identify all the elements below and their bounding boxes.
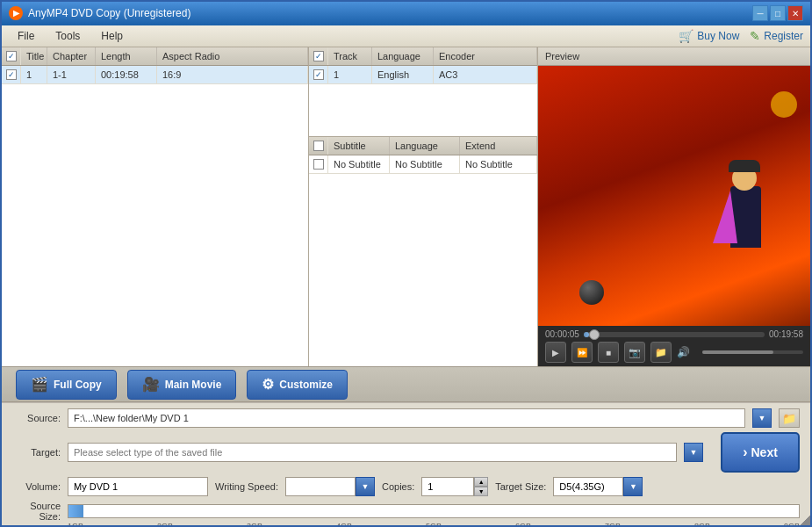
- output-folder-button[interactable]: 📁: [650, 342, 672, 363]
- close-button[interactable]: ✕: [787, 5, 803, 21]
- video-check-all[interactable]: [6, 51, 17, 61]
- fast-forward-button[interactable]: ⏩: [571, 342, 593, 363]
- subtitle-row-checkbox[interactable]: [313, 159, 324, 170]
- source-folder-button[interactable]: 📁: [779, 408, 800, 428]
- marker-9gb: 9GB: [784, 522, 800, 527]
- copies-label: Copies:: [382, 481, 414, 492]
- video-table-body: 1 1-1 00:19:58 16:9: [2, 66, 308, 366]
- table-row[interactable]: 1 1-1 00:19:58 16:9: [2, 66, 308, 84]
- target-input[interactable]: [68, 443, 677, 462]
- volume-icon: 🔊: [677, 346, 690, 358]
- th-aspect: Aspect Radio: [157, 47, 308, 65]
- screenshot-button[interactable]: 📷: [624, 342, 645, 363]
- th-language: Language: [372, 47, 434, 65]
- register-link[interactable]: ✎ Register: [750, 29, 803, 43]
- maximize-button[interactable]: □: [770, 5, 786, 21]
- customize-button[interactable]: ⚙ Customize: [247, 370, 348, 400]
- video-header-check: [2, 47, 21, 65]
- subtitle-check-all[interactable]: [313, 141, 324, 151]
- full-copy-button[interactable]: 🎬 Full Copy: [16, 370, 117, 400]
- preview-panel: Preview: [538, 47, 810, 366]
- menu-bar: File Tools Help 🛒 Buy Now ✎ Register: [2, 25, 810, 47]
- subtitle-name: No Subtitle: [328, 155, 390, 173]
- target-dropdown-button[interactable]: ▼: [684, 443, 703, 462]
- row-checkbox[interactable]: [6, 69, 17, 80]
- main-movie-button[interactable]: 🎥 Main Movie: [127, 370, 237, 400]
- copies-input[interactable]: [421, 477, 474, 496]
- th-sub-language: Language: [390, 137, 460, 155]
- buy-now-link[interactable]: 🛒 Buy Now: [679, 29, 739, 43]
- audio-row[interactable]: 1 English AC3: [309, 66, 537, 84]
- menu-file[interactable]: File: [9, 27, 43, 45]
- source-label: Source:: [12, 413, 61, 423]
- next-button[interactable]: › Next: [721, 432, 800, 473]
- copies-field: ▲ ▼: [421, 477, 488, 496]
- audio-check-all[interactable]: [313, 51, 324, 61]
- subtitle-table: Subtitle Language Extend No Subtitle: [309, 137, 537, 366]
- marker-1gb: 1GB: [68, 522, 83, 527]
- writing-speed-dropdown[interactable]: ▼: [356, 477, 375, 496]
- source-dropdown-button[interactable]: ▼: [752, 408, 772, 428]
- cart-icon: 🛒: [679, 29, 693, 43]
- register-icon: ✎: [750, 29, 760, 43]
- source-input[interactable]: [68, 408, 745, 428]
- video-table-header: Title Chapter Length Aspect Radio: [2, 47, 308, 66]
- marker-2gb: 2GB: [157, 522, 173, 527]
- preview-video: [538, 66, 810, 326]
- stop-button[interactable]: ■: [598, 342, 619, 363]
- resize-grip[interactable]: [800, 515, 810, 525]
- audio-row-checkbox[interactable]: [313, 69, 324, 80]
- subtitle-table-body: No Subtitle No Subtitle No Subtitle: [309, 155, 537, 366]
- time-bar: 00:00:05 00:19:58: [545, 329, 803, 339]
- audio-subtitle-area: Track Language Encoder 1 E: [309, 47, 537, 366]
- menu-help[interactable]: Help: [92, 27, 132, 45]
- playback-controls: ▶ ⏩ ■ 📷 📁 🔊: [545, 342, 803, 363]
- subtitle-language: No Subtitle: [390, 155, 460, 173]
- marker-6gb: 6GB: [515, 522, 531, 527]
- th-title: Title: [21, 47, 47, 65]
- row-check-cell: [2, 66, 21, 83]
- th-subtitle: Subtitle: [328, 137, 390, 155]
- row-chapter: 1-1: [47, 66, 96, 83]
- audio-table-header: Track Language Encoder: [309, 47, 537, 66]
- subtitle-row[interactable]: No Subtitle No Subtitle No Subtitle: [309, 155, 537, 174]
- video-content: [538, 66, 810, 326]
- minimize-button[interactable]: ─: [752, 5, 768, 21]
- left-panel: Title Chapter Length Aspect Radio 1: [2, 47, 538, 366]
- source-size-fill: [68, 505, 83, 517]
- menu-tools[interactable]: Tools: [47, 27, 89, 45]
- main-movie-icon: 🎥: [142, 376, 160, 393]
- preview-controls: 00:00:05 00:19:58 ▶ ⏩ ■ 📷 📁 🔊: [538, 326, 810, 366]
- copies-down-button[interactable]: ▼: [474, 487, 488, 496]
- target-size-dropdown[interactable]: ▼: [623, 477, 643, 496]
- play-button[interactable]: ▶: [545, 342, 566, 363]
- source-size-bar: [68, 504, 800, 518]
- time-end: 00:19:58: [769, 329, 803, 339]
- target-row: Target: ▼ › Next: [12, 432, 800, 473]
- th-extend: Extend: [460, 137, 537, 155]
- volume-bar[interactable]: [702, 350, 803, 354]
- marker-7gb: 7GB: [605, 522, 621, 527]
- time-start: 00:00:05: [545, 329, 579, 339]
- source-size-bar-container: 1GB 2GB 3GB 4GB 5GB 6GB 7GB 8GB 9GB: [68, 504, 800, 518]
- volume-label: Volume:: [12, 481, 61, 492]
- th-track: Track: [328, 47, 372, 65]
- marker-8gb: 8GB: [694, 522, 710, 527]
- th-encoder: Encoder: [434, 47, 537, 65]
- progress-bar[interactable]: [584, 332, 765, 337]
- volume-fill: [702, 350, 773, 354]
- volume-input[interactable]: [68, 477, 208, 496]
- copies-up-button[interactable]: ▲: [474, 477, 488, 487]
- settings-area: Source: ▼ 📁 Target: ▼ › Next Volume:: [2, 402, 810, 525]
- window-controls: ─ □ ✕: [752, 5, 803, 21]
- video-table: Title Chapter Length Aspect Radio 1: [2, 47, 309, 366]
- subtitle-extend: No Subtitle: [460, 155, 537, 173]
- marker-4gb: 4GB: [336, 522, 352, 527]
- source-size-label: Source Size:: [12, 501, 61, 522]
- writing-speed-input[interactable]: [285, 477, 356, 496]
- th-chapter: Chapter: [47, 47, 96, 65]
- target-label: Target:: [12, 447, 61, 458]
- row-aspect: 16:9: [157, 66, 308, 83]
- target-size-input[interactable]: [553, 477, 623, 496]
- main-toolbar: 🎬 Full Copy 🎥 Main Movie ⚙ Customize: [2, 366, 810, 402]
